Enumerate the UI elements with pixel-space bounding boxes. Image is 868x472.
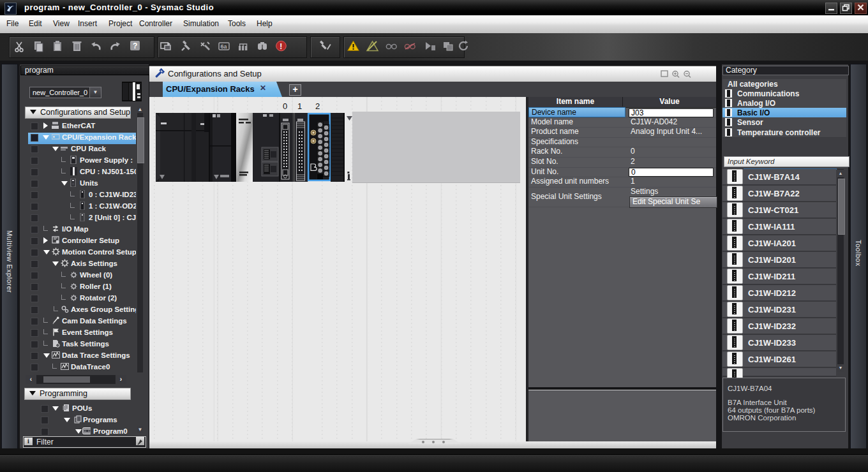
svg-text:6a: 6a: [220, 43, 227, 50]
svg-text:!: !: [280, 42, 282, 51]
svg-text:?: ?: [133, 41, 137, 50]
svg-text:0: 0: [283, 101, 287, 111]
svg-text:1: 1: [297, 101, 302, 111]
svg-text:2: 2: [315, 101, 320, 111]
